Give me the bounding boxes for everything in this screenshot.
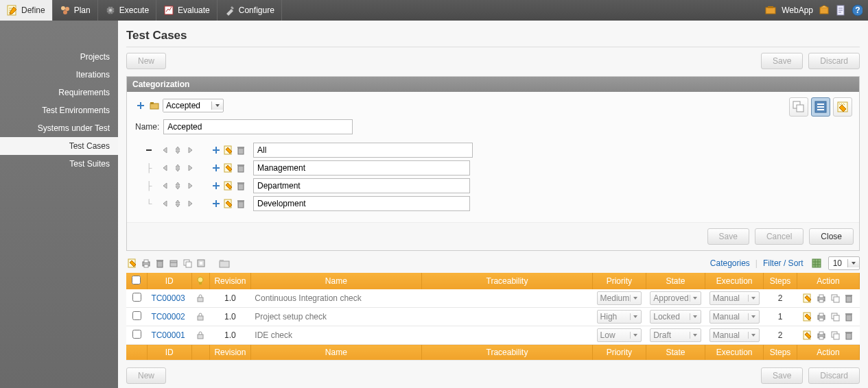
col-traceability[interactable]: Traceability [421,273,592,289]
cell-select[interactable]: Locked [650,310,701,324]
row-edit-icon[interactable] [801,329,814,341]
move-left-icon[interactable] [160,145,171,156]
edit-node-icon[interactable] [223,198,234,209]
box-icon[interactable] [819,5,830,16]
row-checkbox[interactable] [132,293,141,302]
tool-copy-icon[interactable] [181,257,193,269]
help-icon[interactable]: ? [852,5,863,16]
row-id-link[interactable]: TC00003 [151,293,185,303]
tool-folder-icon[interactable] [218,257,231,269]
tab-evaluate[interactable]: Evaluate [156,0,218,21]
tab-plan[interactable]: Plan [53,0,98,21]
category-select-value[interactable] [163,99,211,112]
move-updown-icon[interactable] [172,198,183,209]
sidebar-item-systems-under-test[interactable]: Systems under Test [0,119,118,137]
tree-node-input[interactable] [253,178,470,193]
cell-select[interactable]: Approved [650,291,701,305]
delete-node-icon[interactable] [235,162,246,173]
page-size-select[interactable]: 10 [828,256,860,270]
sidebar-item-test-cases[interactable]: Test Cases [0,137,118,155]
row-print-icon[interactable] [815,329,828,341]
move-updown-icon[interactable] [172,162,183,173]
tool-edit-icon[interactable] [126,257,139,269]
sidebar-item-test-environments[interactable]: Test Environments [0,101,118,119]
cell-select[interactable]: Manual [709,291,760,305]
cell-select[interactable]: Manual [709,328,760,342]
row-checkbox[interactable] [132,330,141,339]
doc-icon[interactable] [835,5,846,16]
chevron-down-icon[interactable] [211,101,223,110]
view-card-icon[interactable] [789,97,808,117]
col-priority[interactable]: Priority [593,273,646,289]
collapse-icon[interactable] [141,146,157,154]
tree-node-input[interactable] [253,160,470,175]
move-left-icon[interactable] [160,180,171,191]
edit-node-icon[interactable] [223,145,234,156]
move-right-icon[interactable] [185,162,196,173]
edit-node-icon[interactable] [223,180,234,191]
cell-select[interactable]: Draft [650,328,701,342]
new-button-top[interactable]: New [126,53,166,69]
col-execution[interactable]: Execution [705,273,764,289]
sidebar-item-requirements[interactable]: Requirements [0,84,118,101]
move-left-icon[interactable] [160,162,171,173]
panel-cancel-button[interactable]: Cancel [755,228,804,245]
add-node-icon[interactable] [211,198,222,209]
save-button-top[interactable]: Save [761,53,803,69]
cell-select[interactable]: Manual [709,310,760,324]
tab-configure[interactable]: Configure [218,0,282,21]
add-node-icon[interactable] [211,162,222,173]
cell-select[interactable]: Low [597,328,642,342]
tool-archive-icon[interactable] [167,257,180,269]
save-button-bottom[interactable]: Save [761,367,803,384]
new-button-bottom[interactable]: New [126,367,166,384]
panel-save-button[interactable]: Save [707,228,749,245]
discard-button-top[interactable]: Discard [808,53,860,69]
tree-node-input[interactable] [253,143,473,158]
row-copy-icon[interactable] [829,292,841,304]
tab-execute[interactable]: Execute [98,0,156,21]
sidebar-item-iterations[interactable]: Iterations [0,66,118,84]
tool-print-icon[interactable] [140,257,152,269]
row-edit-icon[interactable] [801,311,814,323]
webapp-label[interactable]: WebApp [782,5,813,15]
delete-node-icon[interactable] [235,180,246,191]
sidebar-item-test-suites[interactable]: Test Suites [0,155,118,173]
col-state[interactable]: State [646,273,705,289]
grid-view-icon[interactable] [810,257,823,269]
view-notes-icon[interactable] [833,97,852,117]
row-edit-icon[interactable] [801,292,814,304]
col-name[interactable]: Name [250,273,421,289]
tree-node-input[interactable] [253,196,470,211]
tab-define[interactable]: Define [0,0,53,21]
col-steps[interactable]: Steps [764,273,797,289]
move-right-icon[interactable] [185,198,196,209]
row-print-icon[interactable] [815,292,828,304]
cell-select[interactable]: High [597,310,642,324]
col-id[interactable]: ID [147,273,191,289]
chevron-down-icon[interactable] [847,259,859,267]
cell-select[interactable]: Medium [597,291,642,305]
col-revision[interactable]: Revision [210,273,251,289]
edit-node-icon[interactable] [223,162,234,173]
move-updown-icon[interactable] [172,180,183,191]
move-right-icon[interactable] [185,180,196,191]
name-input[interactable] [163,119,353,134]
delete-node-icon[interactable] [235,145,246,156]
folder-icon[interactable] [149,100,160,111]
panel-close-button[interactable]: Close [809,228,854,245]
row-delete-icon[interactable] [843,329,855,341]
categories-link[interactable]: Categories [710,258,750,268]
row-print-icon[interactable] [815,311,828,323]
view-list-icon[interactable] [811,97,830,117]
row-id-link[interactable]: TC00001 [151,330,185,340]
row-delete-icon[interactable] [843,292,855,304]
row-checkbox[interactable] [132,311,141,320]
row-copy-icon[interactable] [829,311,841,323]
add-node-icon[interactable] [211,180,222,191]
add-icon[interactable] [135,100,146,111]
sidebar-item-projects[interactable]: Projects [0,48,118,66]
delete-node-icon[interactable] [235,198,246,209]
move-right-icon[interactable] [185,145,196,156]
tool-export-icon[interactable] [195,257,207,269]
